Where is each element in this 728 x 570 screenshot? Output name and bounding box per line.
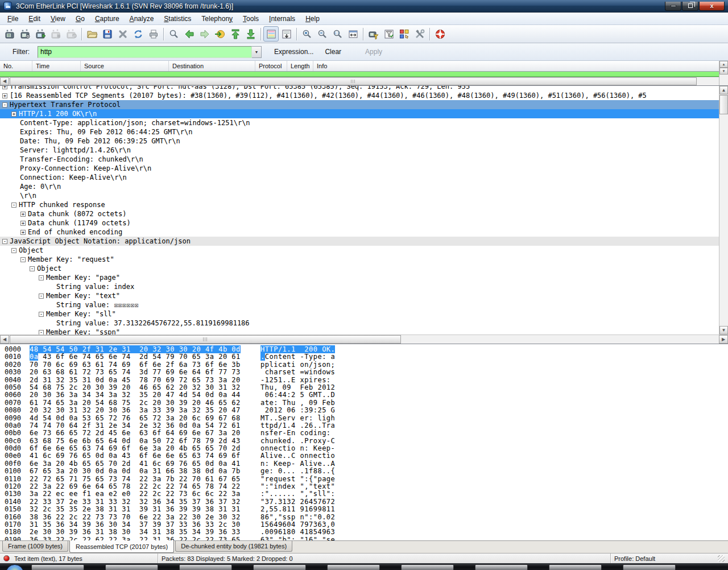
stop-capture-button[interactable] <box>48 26 64 42</box>
expression-button[interactable]: Expression... <box>268 46 319 58</box>
hex-ascii[interactable]: 63","b": "16","se <box>260 536 335 540</box>
column-header-length[interactable]: Length <box>287 61 313 71</box>
tree-row[interactable]: -Member Key: "text" <box>0 291 719 300</box>
close-file-button[interactable] <box>115 26 130 42</box>
details-hscrollbar[interactable]: ◀ ▶ <box>0 334 728 344</box>
hex-bytes[interactable]: 6e 3a 20 4b 65 65 70 2d 41 6c 69 76 65 0… <box>30 460 241 468</box>
tree-row[interactable]: +Data chunk (8072 octets) <box>0 209 719 218</box>
hex-ascii[interactable]: "37.3132 26457672 <box>260 498 335 506</box>
column-header-info[interactable]: Info <box>313 61 728 71</box>
tab-frame[interactable]: Frame (1009 bytes) <box>2 541 68 552</box>
tab-reassembled[interactable]: Reassembled TCP (20107 bytes) <box>69 540 174 553</box>
hex-ascii[interactable]: .Content -Type: a <box>260 353 335 361</box>
scroll-down-icon[interactable]: ▼ <box>719 68 728 75</box>
taskbar-button[interactable] <box>31 564 84 570</box>
hex-row[interactable]: 012022 3a 22 69 6e 64 65 78 22 2c 22 74 … <box>0 483 728 490</box>
hex-bytes[interactable]: 22 33 37 2e 33 31 33 32 32 36 34 35 37 3… <box>30 498 241 506</box>
hex-row[interactable]: 00402d 31 32 35 31 0d 0a 45 78 70 69 72 … <box>0 377 728 384</box>
print-button[interactable] <box>146 26 161 42</box>
column-header-no[interactable]: No. <box>0 61 32 71</box>
menu-internals[interactable]: Internals <box>264 13 300 25</box>
hex-bytes[interactable]: 2d 31 32 35 31 0d 0a 45 78 70 69 72 65 7… <box>30 377 241 384</box>
menu-analyze[interactable]: Analyze <box>125 13 159 25</box>
zoom-in-button[interactable] <box>299 26 315 42</box>
packet-list-vscrollbar[interactable]: ▲ ▼ <box>719 61 728 85</box>
tree-row[interactable]: -Object <box>0 246 719 255</box>
hex-bytes[interactable]: 70 70 6c 69 63 61 74 69 6f 6e 2f 6a 73 6… <box>30 361 241 369</box>
hex-dump-pane[interactable]: 000048 54 54 50 2f 31 2e 31 20 32 30 30 … <box>0 344 728 540</box>
go-to-packet-button[interactable] <box>212 26 228 42</box>
column-header-source[interactable]: Source <box>81 61 169 71</box>
hex-ascii[interactable]: 2012 06 :39:25 G <box>260 407 335 414</box>
collapse-icon[interactable]: - <box>2 102 7 108</box>
hex-bytes[interactable]: 6f 6e 6e 65 63 74 69 6f 6e 3a 20 4b 65 6… <box>30 445 241 452</box>
hex-row[interactable]: 00b06e 73 66 65 72 2d 45 6e 63 6f 64 69 … <box>0 429 728 437</box>
tree-row[interactable]: Expires: Thu, 09 Feb 2012 06:44:25 GMT\r… <box>0 127 719 137</box>
hex-ascii[interactable]: 2,55.811 91699811 <box>260 506 335 513</box>
hex-bytes[interactable]: 22 72 65 71 75 65 73 74 22 3a 7b 22 70 6… <box>30 476 241 483</box>
hex-bytes[interactable]: 63 68 75 6e 6b 65 64 0d 0a 50 72 6f 78 7… <box>30 437 241 445</box>
filter-input[interactable] <box>38 46 252 58</box>
taskbar-button[interactable] <box>475 564 528 570</box>
hex-bytes[interactable]: 36 33 22 2c 22 62 22 3a 22 31 36 22 2c 2… <box>30 536 241 540</box>
hex-bytes[interactable]: 20 63 68 61 72 73 65 74 3d 77 69 6e 64 6… <box>30 369 241 376</box>
menu-tools[interactable]: Tools <box>238 13 264 25</box>
hex-ascii[interactable]: 06:44:2 5 GMT..D <box>260 391 335 399</box>
hex-row[interactable]: 00e041 6c 69 76 65 0d 0a 43 6f 6e 6e 65 … <box>0 452 728 460</box>
tab-de-chunked[interactable]: De-chunked entity body (19821 bytes) <box>175 541 292 552</box>
hex-row[interactable]: 00d06f 6e 6e 65 63 74 69 6f 6e 3a 20 4b … <box>0 445 728 452</box>
menu-file[interactable]: File <box>2 13 23 25</box>
expand-icon[interactable]: + <box>2 86 7 89</box>
hex-row[interactable]: 006020 30 36 3a 34 34 3a 32 35 20 47 4d … <box>0 391 728 399</box>
hex-bytes[interactable]: 74 74 70 64 2f 31 2e 34 2e 32 36 0d 0a 5… <box>30 422 241 429</box>
taskbar-button[interactable] <box>623 564 676 570</box>
capture-filters-button[interactable] <box>366 26 381 42</box>
tree-row[interactable]: -Hypertext Transfer Protocol <box>0 100 719 109</box>
taskbar-button[interactable] <box>327 564 380 570</box>
tree-row[interactable]: -HTTP chunked response <box>0 200 719 209</box>
hex-bytes[interactable]: 48 54 54 50 2f 31 2e 31 20 32 30 30 20 4… <box>30 346 241 353</box>
hex-ascii[interactable]: Alive..C onnectio <box>260 452 335 460</box>
expand-icon[interactable]: + <box>20 221 26 226</box>
reload-button[interactable] <box>130 26 146 42</box>
menu-statistics[interactable]: Statistics <box>159 13 196 25</box>
apply-button[interactable]: Apply <box>359 46 388 58</box>
hex-row[interactable]: 010067 65 3a 20 30 0d 0a 0d 0a 31 66 38 … <box>0 468 728 475</box>
collapse-icon[interactable]: - <box>20 257 26 262</box>
go-to-bottom-button[interactable] <box>243 26 258 42</box>
hex-ascii[interactable]: 86","ssp n":"0.02 <box>260 514 335 521</box>
tree-row[interactable]: -Member Key: "sspn" <box>0 328 719 334</box>
start-orb[interactable] <box>6 564 24 570</box>
tree-row[interactable]: Proxy-Connection: Keep-Alive\r\n <box>0 164 719 173</box>
colorize-packets-button[interactable] <box>263 26 279 42</box>
hex-row[interactable]: 017031 35 36 34 39 36 30 34 37 39 37 33 … <box>0 521 728 528</box>
taskbar-button[interactable] <box>401 564 454 570</box>
hex-bytes[interactable]: 2e 30 30 39 36 31 38 30 34 31 38 35 34 3… <box>30 528 241 536</box>
hex-row[interactable]: 003020 63 68 61 72 73 65 74 3d 77 69 6e … <box>0 369 728 376</box>
hex-row[interactable]: 00100a 43 6f 6e 74 65 6e 74 2d 54 79 70 … <box>0 353 728 361</box>
tree-row[interactable]: Connection: Keep-Alive\r\n <box>0 173 719 182</box>
scroll-up-icon[interactable]: ▲ <box>719 86 728 94</box>
tree-row[interactable]: Age: 0\r\n <box>0 182 719 191</box>
tree-row[interactable]: Transfer-Encoding: chunked\r\n <box>0 155 719 164</box>
hex-row[interactable]: 000048 54 54 50 2f 31 2e 31 20 32 30 30 … <box>0 346 728 353</box>
go-forward-button[interactable] <box>197 26 212 42</box>
collapse-icon[interactable]: - <box>39 330 44 334</box>
tree-row[interactable]: -Member Key: "sll" <box>0 309 719 319</box>
details-vscrollbar[interactable]: ▲ ▼ <box>719 86 728 334</box>
tree-row[interactable]: -Object <box>0 264 719 273</box>
tree-row[interactable]: +Data chunk (11749 octets) <box>0 218 719 228</box>
hex-ascii[interactable]: ":"index ","text" <box>260 483 335 490</box>
tree-row[interactable]: Content-Type: application/json; charset=… <box>0 118 719 127</box>
tree-row[interactable]: +Transmission Control Protocol, Src Port… <box>0 86 719 91</box>
hex-ascii[interactable]: ge: 0... .1f88..{ <box>260 468 335 475</box>
tree-row[interactable]: String value: index <box>0 282 719 291</box>
column-header-destination[interactable]: Destination <box>169 61 255 71</box>
go-back-button[interactable] <box>181 26 197 42</box>
tree-row[interactable]: String value: ☒☒☒☒☒☒ <box>0 300 719 309</box>
hex-row[interactable]: 005054 68 75 2c 20 30 39 20 46 65 62 20 … <box>0 384 728 391</box>
hex-row[interactable]: 002070 70 6c 69 63 61 74 69 6f 6e 2f 6a … <box>0 361 728 369</box>
filter-dropdown-button[interactable]: ▼ <box>252 46 262 58</box>
tree-row[interactable]: Date: Thu, 09 Feb 2012 06:39:25 GMT\r\n <box>0 137 719 146</box>
tree-row[interactable]: +End of chunked encoding <box>0 228 719 237</box>
